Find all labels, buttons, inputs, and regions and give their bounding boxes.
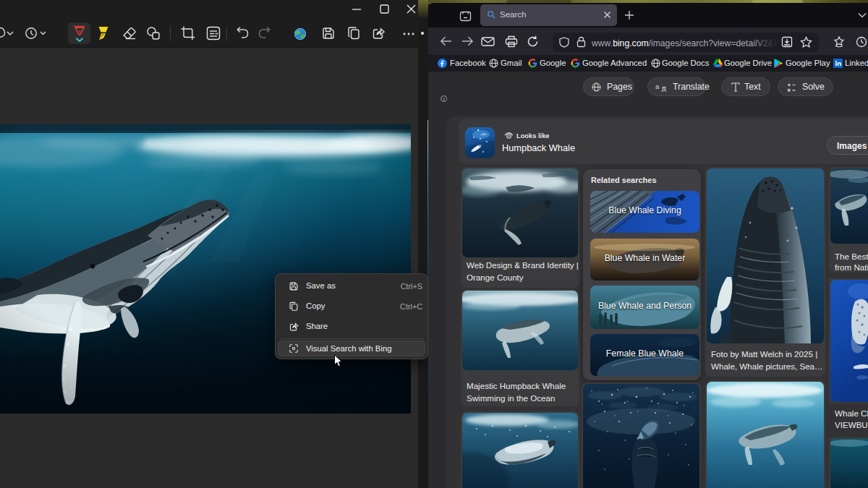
svg-text:a: a bbox=[655, 82, 660, 90]
